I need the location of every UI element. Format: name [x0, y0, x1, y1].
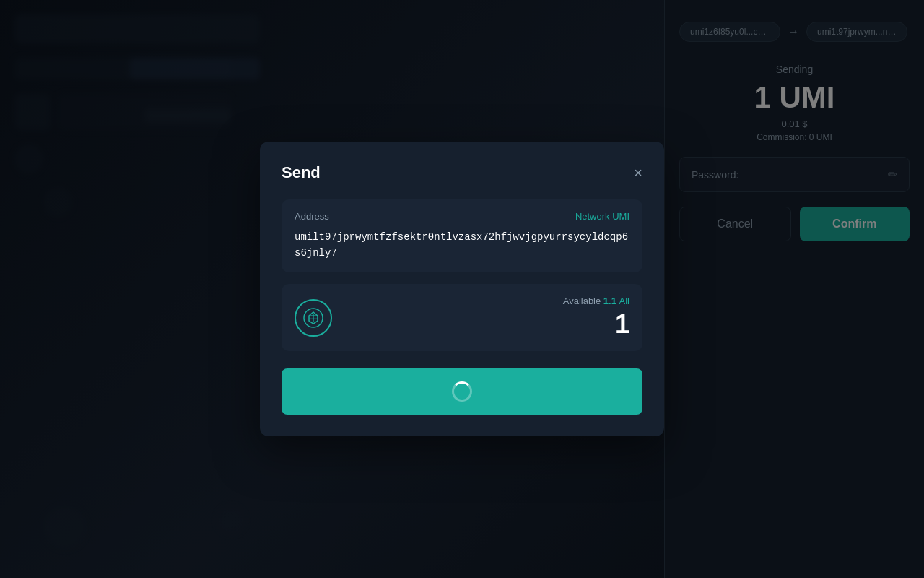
available-amount: 1.1 — [603, 296, 619, 306]
address-label: Address — [295, 211, 329, 222]
loading-button[interactable] — [282, 368, 642, 415]
network-label: Network UMI — [575, 211, 629, 222]
loading-spinner — [452, 381, 472, 402]
modal-overlay: Send × Address Network UMI umilt97jprwym… — [0, 0, 924, 578]
modal-header: Send × — [282, 163, 642, 182]
amount-section: Available 1.1 All 1 — [282, 284, 642, 351]
available-label: Available 1.1 All — [344, 296, 629, 306]
amount-value: 1 — [344, 309, 629, 340]
address-header: Address Network UMI — [295, 211, 629, 222]
send-modal: Send × Address Network UMI umilt97jprwym… — [260, 142, 664, 437]
address-section: Address Network UMI umilt97jprwymtfzfsek… — [282, 199, 642, 273]
close-button[interactable]: × — [634, 165, 642, 180]
address-value: umilt97jprwymtfzfsektr0ntlvzasx72hfjwvjg… — [295, 229, 629, 262]
all-label[interactable]: All — [619, 296, 629, 306]
modal-title: Send — [282, 163, 321, 182]
amount-right: Available 1.1 All 1 — [344, 296, 629, 340]
umi-logo-icon — [303, 308, 323, 328]
token-icon — [295, 299, 332, 337]
